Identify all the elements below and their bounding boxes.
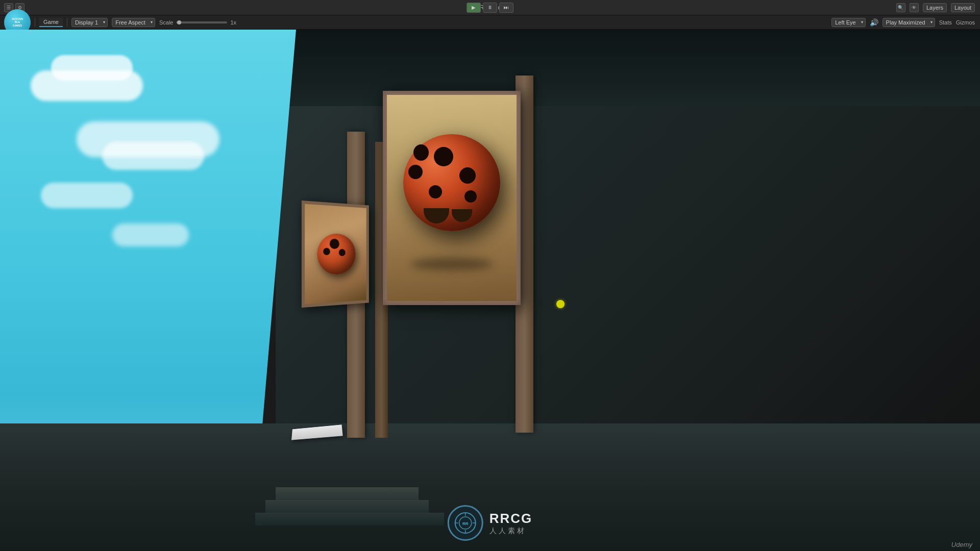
cloud-4	[112, 223, 189, 246]
rrcg-sub-text: 人人素材	[489, 527, 533, 536]
aspect-dropdown[interactable]: Free Aspect	[112, 18, 155, 27]
rrcg-logo: RR	[448, 505, 483, 541]
rrcg-text-block: RRCG 人人素材	[489, 511, 533, 536]
cursor-dot	[556, 300, 565, 308]
stair-1	[276, 487, 419, 500]
game-tab[interactable]: Game	[39, 18, 63, 27]
rrcg-main-text: RRCG	[489, 511, 533, 527]
cloud-2b	[102, 142, 204, 170]
ladybug-bottom2	[452, 209, 472, 222]
play-maximized-dropdown[interactable]: Play Maximized	[883, 18, 935, 27]
stair-2	[265, 500, 429, 513]
small-picture-frame	[302, 201, 369, 308]
separator-2	[67, 18, 67, 27]
top-right-panel: 🔍 👁 Layers Layout	[896, 3, 975, 12]
spot-5	[429, 185, 442, 198]
small-frame-inner	[305, 204, 366, 305]
spot-s2	[323, 248, 330, 255]
small-ladybug	[317, 233, 355, 275]
spot-s1	[330, 239, 339, 249]
scale-slider[interactable]	[176, 21, 227, 23]
main-frame-inner	[387, 95, 517, 301]
rrcg-watermark: RR RRCG 人人素材	[448, 505, 533, 541]
playback-controls: ▶ ⏸ ⏭	[467, 3, 513, 13]
step-button[interactable]: ⏭	[499, 3, 513, 13]
scale-control: Scale 1x	[159, 19, 236, 26]
visibility-icon[interactable]: 👁	[910, 3, 919, 12]
pause-button[interactable]: ⏸	[483, 3, 497, 13]
svg-text:RR: RR	[462, 521, 469, 526]
main-ladybug	[403, 134, 500, 231]
cloud-3	[41, 183, 133, 208]
cloud-1b	[51, 55, 133, 81]
logo-text: SUSTAINBLEGAMES	[12, 17, 23, 28]
main-picture-frame	[383, 91, 521, 305]
toolbar-right: Left Eye 🔊 Play Maximized Stats Gizmos	[831, 18, 975, 27]
scale-label: Scale	[159, 19, 174, 26]
ceiling	[271, 30, 980, 106]
stair-3	[255, 513, 444, 525]
display-dropdown[interactable]: Display 1	[71, 18, 108, 27]
eye-dropdown[interactable]: Left Eye	[831, 18, 865, 27]
layout-dropdown[interactable]: Layout	[951, 3, 975, 12]
play-button[interactable]: ▶	[467, 3, 481, 13]
spot-3	[408, 165, 423, 179]
game-viewport: RR RRCG 人人素材 Udemy	[0, 30, 980, 551]
spot-4	[459, 167, 476, 184]
search-icon[interactable]: 🔍	[896, 3, 905, 12]
udemy-badge: Udemy	[951, 541, 972, 548]
volume-icon[interactable]: 🔊	[870, 18, 878, 27]
scale-thumb	[177, 20, 181, 24]
ball-shadow	[411, 258, 493, 270]
stats-button[interactable]: Stats	[939, 19, 952, 26]
spot-6	[464, 190, 477, 203]
separator-1	[35, 18, 35, 27]
spot-2	[413, 144, 429, 161]
spot-s3	[339, 249, 346, 256]
top-bar: ☰ ⚙ RRCG.cn ▶ ⏸ ⏭ 🔍 👁 Layers Layout	[0, 0, 980, 15]
spot-1	[434, 147, 453, 166]
gizmos-button[interactable]: Gizmos	[956, 19, 975, 26]
scale-value: 1x	[230, 19, 236, 26]
ladybug-bottom	[424, 208, 449, 223]
toolbar: SUSTAINBLEGAMES Game Display 1 Free Aspe…	[0, 15, 980, 30]
layers-dropdown[interactable]: Layers	[923, 3, 947, 12]
